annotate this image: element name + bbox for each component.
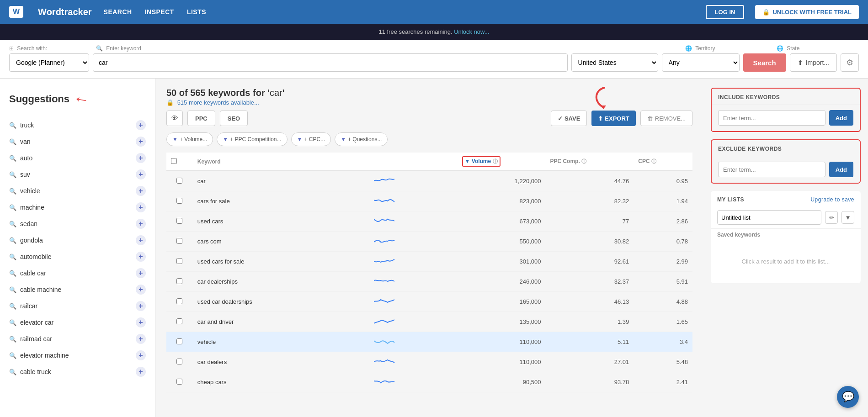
select-all-checkbox[interactable] — [171, 158, 177, 164]
table-row[interactable]: cheap cars 90,500 93.78 2.41 — [166, 372, 692, 392]
include-term-input[interactable] — [718, 110, 825, 126]
row-checkbox[interactable] — [176, 238, 182, 244]
row-checkbox-cell[interactable] — [166, 191, 193, 211]
row-checkbox-cell[interactable] — [166, 211, 193, 232]
row-checkbox-cell[interactable] — [166, 352, 193, 372]
unlock-more-link[interactable]: 515 more keywords available... — [177, 99, 259, 106]
table-row[interactable]: vehicle 110,000 5.11 3.4 — [166, 332, 692, 352]
add-suggestion-button[interactable]: + — [136, 252, 146, 262]
add-suggestion-button[interactable]: + — [136, 153, 146, 163]
search-engine-select[interactable]: Google (Planner) — [9, 53, 89, 72]
col-check-header[interactable] — [166, 153, 193, 171]
table-row[interactable]: cars com 550,000 30.82 0.78 — [166, 232, 692, 252]
list-item[interactable]: 🔍 truck + — [0, 117, 155, 133]
banner-unlock-link[interactable]: Unlock now... — [454, 28, 489, 35]
row-checkbox-cell[interactable] — [166, 332, 193, 352]
table-row[interactable]: car dealers 110,000 27.01 5.48 — [166, 352, 692, 372]
col-cpc-header[interactable]: CPC ⓘ — [634, 153, 692, 171]
unlock-button[interactable]: 🔒 UNLOCK WITH FREE TRIAL — [755, 5, 859, 19]
keyword-input[interactable] — [93, 53, 568, 72]
table-row[interactable]: car dealerships 246,000 32.37 5.91 — [166, 272, 692, 292]
add-suggestion-button[interactable]: + — [136, 285, 146, 295]
list-item[interactable]: 🔍 vehicle + — [0, 183, 155, 199]
list-item[interactable]: 🔍 elevator machine + — [0, 347, 155, 364]
list-item[interactable]: 🔍 sedan + — [0, 216, 155, 232]
list-item[interactable]: 🔍 cable truck + — [0, 364, 155, 380]
nav-inspect[interactable]: INSPECT — [144, 6, 175, 17]
row-checkbox[interactable] — [176, 379, 182, 385]
save-button[interactable]: ✓ SAVE — [551, 111, 587, 126]
col-volume-header[interactable]: ▼ Volume ⓘ — [458, 153, 546, 171]
table-row[interactable]: used cars 673,000 77 2.86 — [166, 211, 692, 232]
add-suggestion-button[interactable]: + — [136, 301, 146, 311]
add-suggestion-button[interactable]: + — [136, 235, 146, 245]
seo-tab[interactable]: SEO — [220, 111, 248, 126]
add-suggestion-button[interactable]: + — [136, 137, 146, 147]
filter-volume[interactable]: ▼ + Volume... — [166, 132, 213, 146]
row-checkbox-cell[interactable] — [166, 272, 193, 292]
add-suggestion-button[interactable]: + — [136, 350, 146, 360]
list-name-input[interactable] — [717, 210, 821, 225]
row-checkbox[interactable] — [176, 178, 182, 184]
row-checkbox-cell[interactable] — [166, 312, 193, 332]
list-item[interactable]: 🔍 cable machine + — [0, 281, 155, 298]
list-item[interactable]: 🔍 railroad car + — [0, 331, 155, 347]
state-select[interactable]: Any — [662, 53, 740, 72]
row-checkbox[interactable] — [176, 359, 182, 364]
filter-cpc[interactable]: ▼ + CPC... — [291, 132, 331, 146]
add-suggestion-button[interactable]: + — [136, 317, 146, 327]
row-checkbox[interactable] — [176, 338, 182, 344]
row-checkbox-cell[interactable] — [166, 372, 193, 392]
list-item[interactable]: 🔍 automobile + — [0, 248, 155, 265]
table-row[interactable]: car and driver 135,000 1.39 1.65 — [166, 312, 692, 332]
list-item[interactable]: 🔍 cable car + — [0, 265, 155, 281]
include-add-button[interactable]: Add — [829, 110, 853, 126]
list-item[interactable]: 🔍 suv + — [0, 166, 155, 183]
row-checkbox-cell[interactable] — [166, 292, 193, 312]
nav-search[interactable]: SEARCH — [103, 6, 133, 17]
row-checkbox[interactable] — [176, 318, 182, 324]
row-checkbox[interactable] — [176, 278, 182, 284]
list-item[interactable]: 🔍 van + — [0, 133, 155, 150]
add-suggestion-button[interactable]: + — [136, 219, 146, 229]
add-suggestion-button[interactable]: + — [136, 268, 146, 278]
row-checkbox[interactable] — [176, 218, 182, 224]
list-item[interactable]: 🔍 auto + — [0, 150, 155, 166]
list-item[interactable]: 🔍 railcar + — [0, 298, 155, 314]
add-suggestion-button[interactable]: + — [136, 169, 146, 179]
add-suggestion-button[interactable]: + — [136, 334, 146, 344]
exclude-term-input[interactable] — [718, 162, 825, 177]
nav-lists[interactable]: LISTS — [186, 6, 207, 17]
add-suggestion-button[interactable]: + — [136, 367, 146, 377]
ppc-tab[interactable]: PPC — [187, 111, 215, 126]
login-button[interactable]: LOG IN — [706, 5, 745, 19]
search-button[interactable]: Search — [743, 53, 786, 72]
table-row[interactable]: cars for sale 823,000 82.32 1.94 — [166, 191, 692, 211]
view-button[interactable]: 👁 — [166, 111, 183, 126]
list-edit-button[interactable]: ✏ — [825, 211, 838, 224]
row-checkbox[interactable] — [176, 198, 182, 204]
chat-button[interactable]: 💬 — [837, 386, 859, 408]
table-row[interactable]: used cars for sale 301,000 92.61 2.99 — [166, 252, 692, 272]
export-button[interactable]: ⬆ EXPORT — [591, 111, 635, 126]
list-item[interactable]: 🔍 gondola + — [0, 232, 155, 248]
row-checkbox-cell[interactable] — [166, 252, 193, 272]
territory-select[interactable]: United States — [571, 53, 658, 72]
row-checkbox-cell[interactable] — [166, 171, 193, 191]
settings-button[interactable]: ⚙ — [841, 53, 859, 72]
add-suggestion-button[interactable]: + — [136, 186, 146, 196]
table-row[interactable]: used car dealerships 165,000 46.13 4.88 — [166, 292, 692, 312]
row-checkbox-cell[interactable] — [166, 232, 193, 252]
table-row[interactable]: car 1,220,000 44.76 0.95 — [166, 171, 692, 191]
filter-ppc[interactable]: ▼ + PPC Competition... — [217, 132, 287, 146]
exclude-add-button[interactable]: Add — [829, 162, 853, 177]
list-item[interactable]: 🔍 machine + — [0, 199, 155, 216]
upgrade-to-save-link[interactable]: Upgrade to save — [810, 196, 854, 203]
col-ppc-header[interactable]: PPC Comp. ⓘ — [545, 153, 634, 171]
list-item[interactable]: 🔍 elevator car + — [0, 314, 155, 331]
import-button[interactable]: ⬆ Import... — [790, 53, 837, 72]
add-suggestion-button[interactable]: + — [136, 202, 146, 212]
remove-button[interactable]: 🗑 REMOVE... — [640, 111, 692, 126]
row-checkbox[interactable] — [176, 258, 182, 264]
filter-questions[interactable]: ▼ + Questions... — [335, 132, 388, 146]
